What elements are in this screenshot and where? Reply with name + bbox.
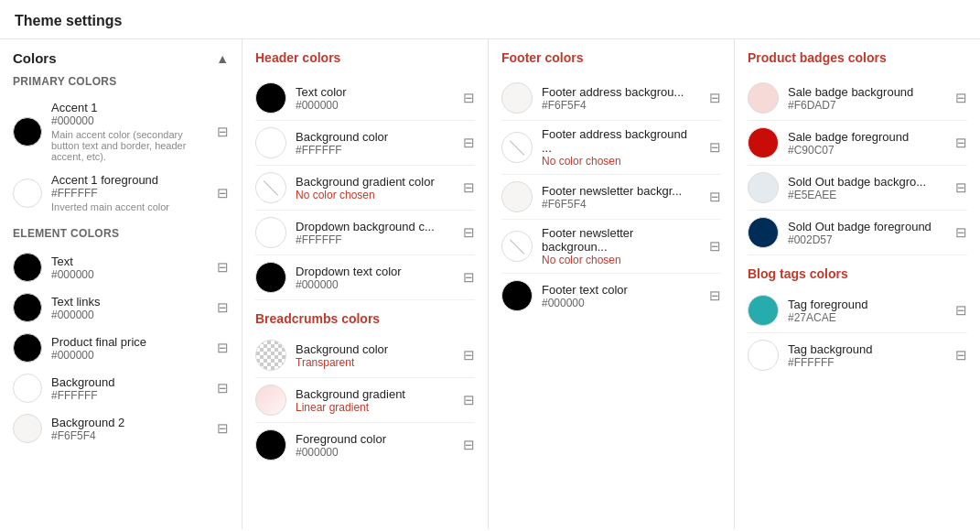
ftr-news-bg-swatch[interactable] <box>501 181 533 212</box>
tag-fg-swatch[interactable] <box>748 295 779 326</box>
hdr-dropdown-bg-label: Dropdown background c... <box>296 220 454 233</box>
bc-bg-label: Background color <box>296 342 454 356</box>
ftr-addr-bg-value: #F6F5F4 <box>542 99 700 112</box>
list-item: Background gradient Linear gradient ⊟ <box>255 378 475 423</box>
bg2-value: #F6F5F4 <box>51 429 208 442</box>
db-icon[interactable]: ⊟ <box>955 224 967 241</box>
db-icon[interactable]: ⊟ <box>217 340 229 356</box>
bc-bg-swatch[interactable] <box>255 340 286 371</box>
hdr-dropdown-text-label: Dropdown text color <box>296 265 454 278</box>
textlinks-swatch[interactable] <box>13 293 42 322</box>
list-item: Background 2 #F6F5F4 ⊟ <box>13 408 229 449</box>
accent1fg-swatch[interactable] <box>13 179 42 208</box>
chevron-up-icon[interactable]: ▲ <box>216 51 229 66</box>
bc-fg-swatch[interactable] <box>255 429 286 461</box>
hdr-text-label: Text color <box>296 85 454 99</box>
bc-bg-value: Transparent <box>296 356 454 369</box>
tag-bg-swatch[interactable] <box>748 340 779 371</box>
db-icon[interactable]: ⊟ <box>955 179 967 196</box>
hdr-bg-value: #FFFFFF <box>296 144 454 157</box>
bg-label: Background <box>51 375 208 389</box>
accent1fg-desc: Inverted main accent color <box>51 201 208 212</box>
bg-value: #FFFFFF <box>51 389 208 402</box>
bg2-label: Background 2 <box>51 416 208 429</box>
sale-bg-swatch[interactable] <box>748 82 779 114</box>
accent1fg-label: Accent 1 foreground <box>51 173 208 187</box>
db-icon[interactable]: ⊟ <box>463 179 475 196</box>
bc-gradient-swatch[interactable] <box>255 385 286 416</box>
db-icon[interactable]: ⊟ <box>217 380 229 396</box>
db-icon[interactable]: ⊟ <box>709 90 721 106</box>
bg2-swatch[interactable] <box>13 414 42 443</box>
accent1-swatch[interactable] <box>13 117 42 146</box>
footer-column: Footer colors Footer address backgrou...… <box>489 39 735 529</box>
sale-fg-swatch[interactable] <box>748 127 779 158</box>
db-icon[interactable]: ⊟ <box>463 224 475 241</box>
db-icon[interactable]: ⊟ <box>463 135 475 151</box>
soldout-bg-swatch[interactable] <box>748 172 779 203</box>
db-icon[interactable]: ⊟ <box>709 238 721 255</box>
db-icon[interactable]: ⊟ <box>463 392 475 408</box>
soldout-fg-value: #002D57 <box>788 233 946 246</box>
list-item: Footer newsletter backgroun... No color … <box>501 220 721 274</box>
soldout-fg-label: Sold Out badge foreground <box>788 220 946 233</box>
hdr-bg-swatch[interactable] <box>255 127 286 158</box>
ftr-news-bg-value: #F6F5F4 <box>542 198 700 211</box>
db-icon[interactable]: ⊟ <box>709 139 721 156</box>
bc-gradient-label: Background gradient <box>296 387 454 401</box>
db-icon[interactable]: ⊟ <box>217 259 229 276</box>
db-icon[interactable]: ⊟ <box>955 90 967 106</box>
db-icon[interactable]: ⊟ <box>217 299 229 316</box>
ftr-addr-bg2-swatch[interactable] <box>501 132 533 163</box>
accent1-value: #000000 <box>51 114 208 127</box>
ftr-news-bg2-value: No color chosen <box>542 254 700 266</box>
list-item: Sale badge background #F6DAD7 ⊟ <box>748 76 967 121</box>
db-icon[interactable]: ⊟ <box>217 420 229 437</box>
hdr-text-value: #000000 <box>296 99 454 112</box>
bg-swatch[interactable] <box>13 374 42 403</box>
list-item: Text links #000000 ⊟ <box>13 287 229 328</box>
ftr-text-swatch[interactable] <box>501 280 533 311</box>
page-title: Theme settings <box>0 0 980 39</box>
db-icon[interactable]: ⊟ <box>217 185 229 201</box>
ftr-addr-bg-swatch[interactable] <box>501 82 533 114</box>
finalprice-swatch[interactable] <box>13 333 42 363</box>
list-item: Footer text color #000000 ⊟ <box>501 274 721 318</box>
badges-blogtags-column: Product badges colors Sale badge backgro… <box>735 39 980 529</box>
hdr-dropdown-bg-swatch[interactable] <box>255 217 286 248</box>
hdr-text-swatch[interactable] <box>255 82 286 114</box>
list-item: Tag foreground #27ACAE ⊟ <box>748 288 967 333</box>
sale-fg-label: Sale badge foreground <box>788 130 946 144</box>
db-icon[interactable]: ⊟ <box>217 124 229 140</box>
hdr-gradient-swatch[interactable] <box>255 172 286 203</box>
db-icon[interactable]: ⊟ <box>463 269 475 286</box>
list-item: Sold Out badge backgro... #E5EAEE ⊟ <box>748 166 967 211</box>
header-colors-title: Header colors <box>255 50 475 65</box>
db-icon[interactable]: ⊟ <box>463 347 475 363</box>
textlinks-label: Text links <box>51 295 208 309</box>
ftr-text-label: Footer text color <box>542 283 700 297</box>
bc-gradient-value: Linear gradient <box>296 401 454 414</box>
hdr-bg-label: Background color <box>296 130 454 144</box>
hdr-gradient-label: Background gradient color <box>296 175 454 189</box>
ftr-addr-bg-label: Footer address backgrou... <box>542 85 700 99</box>
db-icon[interactable]: ⊟ <box>955 347 967 363</box>
db-icon[interactable]: ⊟ <box>709 287 721 304</box>
text-swatch[interactable] <box>13 253 42 282</box>
breadcrumbs-title: Breadcrumbs colors <box>255 311 475 326</box>
soldout-fg-swatch[interactable] <box>748 217 779 248</box>
hdr-dropdown-text-value: #000000 <box>296 278 454 291</box>
ftr-news-bg2-label: Footer newsletter backgroun... <box>542 226 700 254</box>
colors-section-title: Colors <box>13 50 57 66</box>
hdr-dropdown-text-swatch[interactable] <box>255 262 286 293</box>
text-label: Text <box>51 255 208 268</box>
list-item: Sold Out badge foreground #002D57 ⊟ <box>748 211 967 255</box>
list-item: Tag background #FFFFFF ⊟ <box>748 333 967 377</box>
db-icon[interactable]: ⊟ <box>463 437 475 453</box>
db-icon[interactable]: ⊟ <box>955 135 967 151</box>
db-icon[interactable]: ⊟ <box>463 90 475 106</box>
text-value: #000000 <box>51 268 208 281</box>
ftr-news-bg2-swatch[interactable] <box>501 231 533 262</box>
db-icon[interactable]: ⊟ <box>709 189 721 205</box>
db-icon[interactable]: ⊟ <box>955 302 967 319</box>
